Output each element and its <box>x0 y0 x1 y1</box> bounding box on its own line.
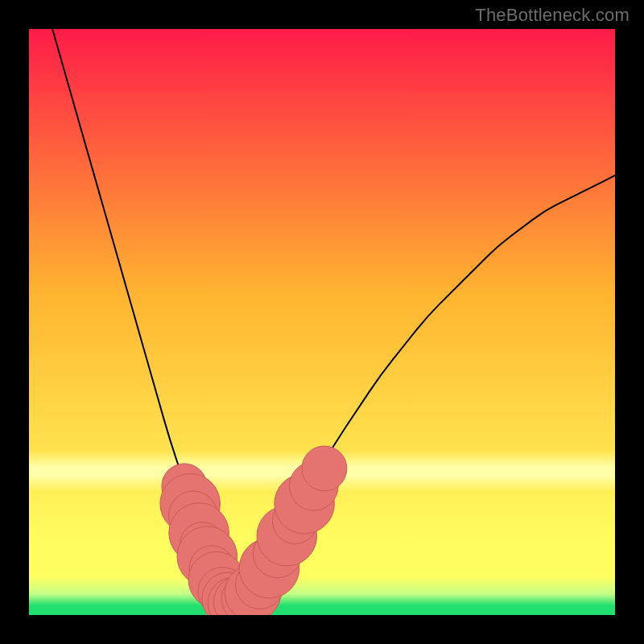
curve-path <box>52 29 615 602</box>
plot-area <box>29 29 615 615</box>
chart-frame: TheBottleneck.com <box>0 0 644 644</box>
watermark-text: TheBottleneck.com <box>475 5 630 26</box>
curve-marker <box>302 446 347 491</box>
bottleneck-curve <box>29 29 615 615</box>
